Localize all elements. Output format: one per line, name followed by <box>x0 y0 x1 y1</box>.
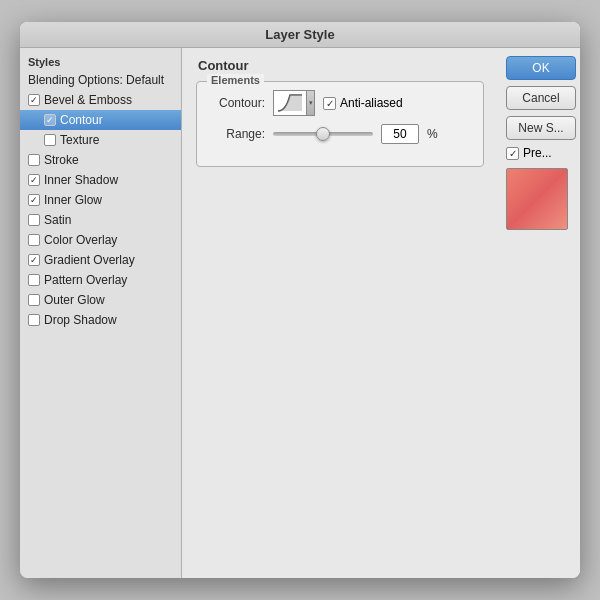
sidebar-item-color-overlay[interactable]: Color Overlay <box>20 230 181 250</box>
anti-aliased-label[interactable]: Anti-aliased <box>323 96 403 110</box>
preview-swatch <box>506 168 568 230</box>
contour-svg <box>276 93 304 113</box>
bevel-emboss-label: Bevel & Emboss <box>44 93 132 107</box>
inner-shadow-label: Inner Shadow <box>44 173 118 187</box>
title-bar: Layer Style <box>20 22 580 48</box>
sidebar-item-pattern-overlay[interactable]: Pattern Overlay <box>20 270 181 290</box>
pattern-overlay-checkbox[interactable] <box>28 274 40 286</box>
satin-label: Satin <box>44 213 71 227</box>
cancel-button[interactable]: Cancel <box>506 86 576 110</box>
contour-label: Contour <box>60 113 103 127</box>
elements-legend: Elements <box>207 74 264 86</box>
gradient-overlay-label: Gradient Overlay <box>44 253 135 267</box>
sidebar-item-contour[interactable]: Contour <box>20 110 181 130</box>
main-content-area: Contour Elements Contour: <box>182 48 580 578</box>
anti-aliased-text: Anti-aliased <box>340 96 403 110</box>
range-label: Range: <box>209 127 265 141</box>
sidebar-item-satin[interactable]: Satin <box>20 210 181 230</box>
color-overlay-checkbox[interactable] <box>28 234 40 246</box>
range-slider[interactable] <box>273 132 373 136</box>
gradient-overlay-checkbox[interactable] <box>28 254 40 266</box>
inner-glow-checkbox[interactable] <box>28 194 40 206</box>
styles-header: Styles <box>20 52 181 70</box>
contour-field-label: Contour: <box>209 96 265 110</box>
inner-shadow-checkbox[interactable] <box>28 174 40 186</box>
texture-checkbox[interactable] <box>44 134 56 146</box>
right-panel: OK Cancel New S... Pre... <box>498 48 580 578</box>
sidebar-item-bevel-emboss[interactable]: Bevel & Emboss <box>20 90 181 110</box>
new-style-button[interactable]: New S... <box>506 116 576 140</box>
section-outer-label: Contour <box>196 58 484 73</box>
range-slider-thumb[interactable] <box>316 127 330 141</box>
stroke-checkbox[interactable] <box>28 154 40 166</box>
inner-glow-label: Inner Glow <box>44 193 102 207</box>
range-row: Range: % <box>209 124 471 144</box>
ok-button[interactable]: OK <box>506 56 576 80</box>
contour-thumbnail[interactable] <box>273 90 307 116</box>
sidebar-item-blending-options[interactable]: Blending Options: Default <box>20 70 181 90</box>
left-panel: Styles Blending Options: Default Bevel &… <box>20 48 182 578</box>
preview-row: Pre... <box>506 146 572 160</box>
anti-aliased-checkbox[interactable] <box>323 97 336 110</box>
contour-checkbox[interactable] <box>44 114 56 126</box>
drop-shadow-label: Drop Shadow <box>44 313 117 327</box>
contour-row: Contour: ▾ <box>209 90 471 116</box>
sidebar-item-gradient-overlay[interactable]: Gradient Overlay <box>20 250 181 270</box>
outer-glow-checkbox[interactable] <box>28 294 40 306</box>
texture-label: Texture <box>60 133 99 147</box>
percent-sign: % <box>427 127 438 141</box>
dialog-title: Layer Style <box>265 27 334 42</box>
outer-glow-label: Outer Glow <box>44 293 105 307</box>
sidebar-item-inner-shadow[interactable]: Inner Shadow <box>20 170 181 190</box>
range-value-input[interactable] <box>381 124 419 144</box>
main-panel: Contour Elements Contour: <box>182 48 498 578</box>
sidebar-item-inner-glow[interactable]: Inner Glow <box>20 190 181 210</box>
stroke-label: Stroke <box>44 153 79 167</box>
sidebar-item-texture[interactable]: Texture <box>20 130 181 150</box>
sidebar-item-drop-shadow[interactable]: Drop Shadow <box>20 310 181 330</box>
sidebar-item-outer-glow[interactable]: Outer Glow <box>20 290 181 310</box>
sidebar-item-stroke[interactable]: Stroke <box>20 150 181 170</box>
blending-options-label: Blending Options: Default <box>28 73 164 87</box>
elements-section: Elements Contour: <box>196 81 484 167</box>
preview-checkbox[interactable] <box>506 147 519 160</box>
color-overlay-label: Color Overlay <box>44 233 117 247</box>
contour-dropdown-arrow[interactable]: ▾ <box>307 90 315 116</box>
pattern-overlay-label: Pattern Overlay <box>44 273 127 287</box>
dialog-body: Styles Blending Options: Default Bevel &… <box>20 48 580 578</box>
bevel-emboss-checkbox[interactable] <box>28 94 40 106</box>
satin-checkbox[interactable] <box>28 214 40 226</box>
layer-style-dialog: Layer Style Styles Blending Options: Def… <box>20 22 580 578</box>
drop-shadow-checkbox[interactable] <box>28 314 40 326</box>
preview-label: Pre... <box>523 146 552 160</box>
